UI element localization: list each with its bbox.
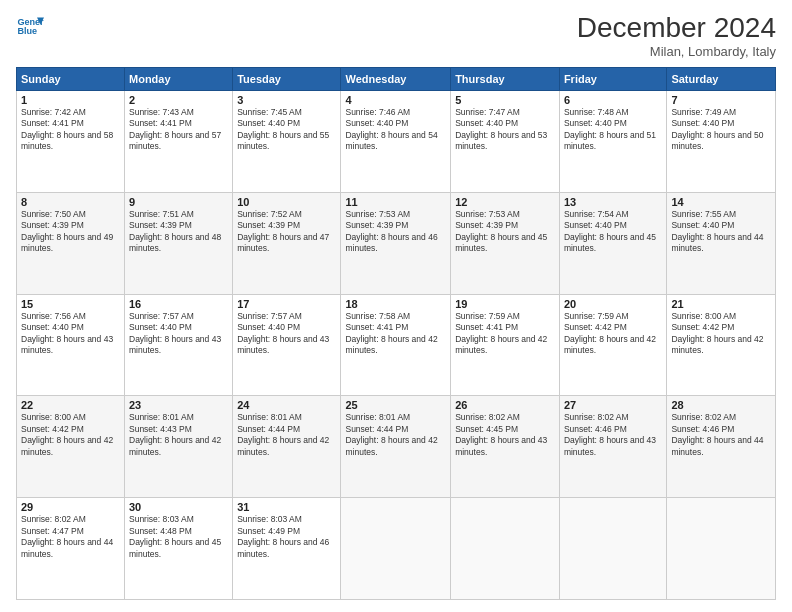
day-number: 27: [564, 399, 662, 411]
day-info: Sunrise: 7:53 AM Sunset: 4:39 PM Dayligh…: [455, 209, 555, 255]
day-info: Sunrise: 7:54 AM Sunset: 4:40 PM Dayligh…: [564, 209, 662, 255]
day-number: 13: [564, 196, 662, 208]
day-number: 14: [671, 196, 771, 208]
table-row: 12 Sunrise: 7:53 AM Sunset: 4:39 PM Dayl…: [451, 192, 560, 294]
col-friday: Friday: [559, 68, 666, 91]
header-row: Sunday Monday Tuesday Wednesday Thursday…: [17, 68, 776, 91]
col-thursday: Thursday: [451, 68, 560, 91]
day-info: Sunrise: 7:57 AM Sunset: 4:40 PM Dayligh…: [237, 311, 336, 357]
table-row: 9 Sunrise: 7:51 AM Sunset: 4:39 PM Dayli…: [125, 192, 233, 294]
table-row: [559, 498, 666, 600]
day-info: Sunrise: 8:02 AM Sunset: 4:45 PM Dayligh…: [455, 412, 555, 458]
table-row: 26 Sunrise: 8:02 AM Sunset: 4:45 PM Dayl…: [451, 396, 560, 498]
day-info: Sunrise: 7:55 AM Sunset: 4:40 PM Dayligh…: [671, 209, 771, 255]
day-number: 28: [671, 399, 771, 411]
table-row: 6 Sunrise: 7:48 AM Sunset: 4:40 PM Dayli…: [559, 91, 666, 193]
location-subtitle: Milan, Lombardy, Italy: [577, 44, 776, 59]
day-info: Sunrise: 8:01 AM Sunset: 4:44 PM Dayligh…: [237, 412, 336, 458]
day-info: Sunrise: 7:51 AM Sunset: 4:39 PM Dayligh…: [129, 209, 228, 255]
day-info: Sunrise: 7:56 AM Sunset: 4:40 PM Dayligh…: [21, 311, 120, 357]
day-info: Sunrise: 7:46 AM Sunset: 4:40 PM Dayligh…: [345, 107, 446, 153]
day-info: Sunrise: 8:01 AM Sunset: 4:44 PM Dayligh…: [345, 412, 446, 458]
col-tuesday: Tuesday: [233, 68, 341, 91]
day-number: 6: [564, 94, 662, 106]
table-row: 22 Sunrise: 8:00 AM Sunset: 4:42 PM Dayl…: [17, 396, 125, 498]
day-info: Sunrise: 7:59 AM Sunset: 4:42 PM Dayligh…: [564, 311, 662, 357]
day-number: 5: [455, 94, 555, 106]
day-info: Sunrise: 7:43 AM Sunset: 4:41 PM Dayligh…: [129, 107, 228, 153]
table-row: 11 Sunrise: 7:53 AM Sunset: 4:39 PM Dayl…: [341, 192, 451, 294]
day-info: Sunrise: 7:45 AM Sunset: 4:40 PM Dayligh…: [237, 107, 336, 153]
month-title: December 2024: [577, 12, 776, 44]
table-row: 10 Sunrise: 7:52 AM Sunset: 4:39 PM Dayl…: [233, 192, 341, 294]
day-number: 1: [21, 94, 120, 106]
day-number: 17: [237, 298, 336, 310]
table-row: 8 Sunrise: 7:50 AM Sunset: 4:39 PM Dayli…: [17, 192, 125, 294]
day-number: 9: [129, 196, 228, 208]
page: General Blue December 2024 Milan, Lombar…: [0, 0, 792, 612]
day-info: Sunrise: 8:00 AM Sunset: 4:42 PM Dayligh…: [21, 412, 120, 458]
table-row: 14 Sunrise: 7:55 AM Sunset: 4:40 PM Dayl…: [667, 192, 776, 294]
day-info: Sunrise: 7:52 AM Sunset: 4:39 PM Dayligh…: [237, 209, 336, 255]
day-number: 29: [21, 501, 120, 513]
day-number: 25: [345, 399, 446, 411]
day-info: Sunrise: 7:57 AM Sunset: 4:40 PM Dayligh…: [129, 311, 228, 357]
table-row: [451, 498, 560, 600]
day-number: 22: [21, 399, 120, 411]
table-row: 5 Sunrise: 7:47 AM Sunset: 4:40 PM Dayli…: [451, 91, 560, 193]
day-number: 2: [129, 94, 228, 106]
table-row: 20 Sunrise: 7:59 AM Sunset: 4:42 PM Dayl…: [559, 294, 666, 396]
table-row: 13 Sunrise: 7:54 AM Sunset: 4:40 PM Dayl…: [559, 192, 666, 294]
day-number: 8: [21, 196, 120, 208]
table-row: 2 Sunrise: 7:43 AM Sunset: 4:41 PM Dayli…: [125, 91, 233, 193]
day-info: Sunrise: 8:01 AM Sunset: 4:43 PM Dayligh…: [129, 412, 228, 458]
day-number: 7: [671, 94, 771, 106]
day-number: 19: [455, 298, 555, 310]
svg-text:Blue: Blue: [17, 26, 37, 36]
day-number: 12: [455, 196, 555, 208]
table-row: 17 Sunrise: 7:57 AM Sunset: 4:40 PM Dayl…: [233, 294, 341, 396]
table-row: 27 Sunrise: 8:02 AM Sunset: 4:46 PM Dayl…: [559, 396, 666, 498]
day-info: Sunrise: 8:02 AM Sunset: 4:46 PM Dayligh…: [564, 412, 662, 458]
day-number: 23: [129, 399, 228, 411]
day-info: Sunrise: 8:02 AM Sunset: 4:46 PM Dayligh…: [671, 412, 771, 458]
col-saturday: Saturday: [667, 68, 776, 91]
day-info: Sunrise: 7:48 AM Sunset: 4:40 PM Dayligh…: [564, 107, 662, 153]
day-number: 11: [345, 196, 446, 208]
day-info: Sunrise: 7:58 AM Sunset: 4:41 PM Dayligh…: [345, 311, 446, 357]
col-sunday: Sunday: [17, 68, 125, 91]
day-info: Sunrise: 8:02 AM Sunset: 4:47 PM Dayligh…: [21, 514, 120, 560]
table-row: 24 Sunrise: 8:01 AM Sunset: 4:44 PM Dayl…: [233, 396, 341, 498]
logo-icon: General Blue: [16, 12, 44, 40]
table-row: 15 Sunrise: 7:56 AM Sunset: 4:40 PM Dayl…: [17, 294, 125, 396]
day-number: 3: [237, 94, 336, 106]
day-number: 16: [129, 298, 228, 310]
table-row: 23 Sunrise: 8:01 AM Sunset: 4:43 PM Dayl…: [125, 396, 233, 498]
day-info: Sunrise: 7:47 AM Sunset: 4:40 PM Dayligh…: [455, 107, 555, 153]
table-row: 28 Sunrise: 8:02 AM Sunset: 4:46 PM Dayl…: [667, 396, 776, 498]
day-number: 10: [237, 196, 336, 208]
day-info: Sunrise: 7:53 AM Sunset: 4:39 PM Dayligh…: [345, 209, 446, 255]
logo: General Blue: [16, 12, 44, 40]
day-number: 31: [237, 501, 336, 513]
day-number: 20: [564, 298, 662, 310]
day-number: 18: [345, 298, 446, 310]
day-number: 4: [345, 94, 446, 106]
day-info: Sunrise: 7:42 AM Sunset: 4:41 PM Dayligh…: [21, 107, 120, 153]
table-row: 1 Sunrise: 7:42 AM Sunset: 4:41 PM Dayli…: [17, 91, 125, 193]
day-info: Sunrise: 8:03 AM Sunset: 4:49 PM Dayligh…: [237, 514, 336, 560]
day-info: Sunrise: 7:50 AM Sunset: 4:39 PM Dayligh…: [21, 209, 120, 255]
table-row: 29 Sunrise: 8:02 AM Sunset: 4:47 PM Dayl…: [17, 498, 125, 600]
table-row: 16 Sunrise: 7:57 AM Sunset: 4:40 PM Dayl…: [125, 294, 233, 396]
table-row: 4 Sunrise: 7:46 AM Sunset: 4:40 PM Dayli…: [341, 91, 451, 193]
title-block: December 2024 Milan, Lombardy, Italy: [577, 12, 776, 59]
col-wednesday: Wednesday: [341, 68, 451, 91]
day-info: Sunrise: 7:49 AM Sunset: 4:40 PM Dayligh…: [671, 107, 771, 153]
table-row: 21 Sunrise: 8:00 AM Sunset: 4:42 PM Dayl…: [667, 294, 776, 396]
day-info: Sunrise: 8:00 AM Sunset: 4:42 PM Dayligh…: [671, 311, 771, 357]
header: General Blue December 2024 Milan, Lombar…: [16, 12, 776, 59]
table-row: 3 Sunrise: 7:45 AM Sunset: 4:40 PM Dayli…: [233, 91, 341, 193]
col-monday: Monday: [125, 68, 233, 91]
day-info: Sunrise: 8:03 AM Sunset: 4:48 PM Dayligh…: [129, 514, 228, 560]
table-row: 31 Sunrise: 8:03 AM Sunset: 4:49 PM Dayl…: [233, 498, 341, 600]
